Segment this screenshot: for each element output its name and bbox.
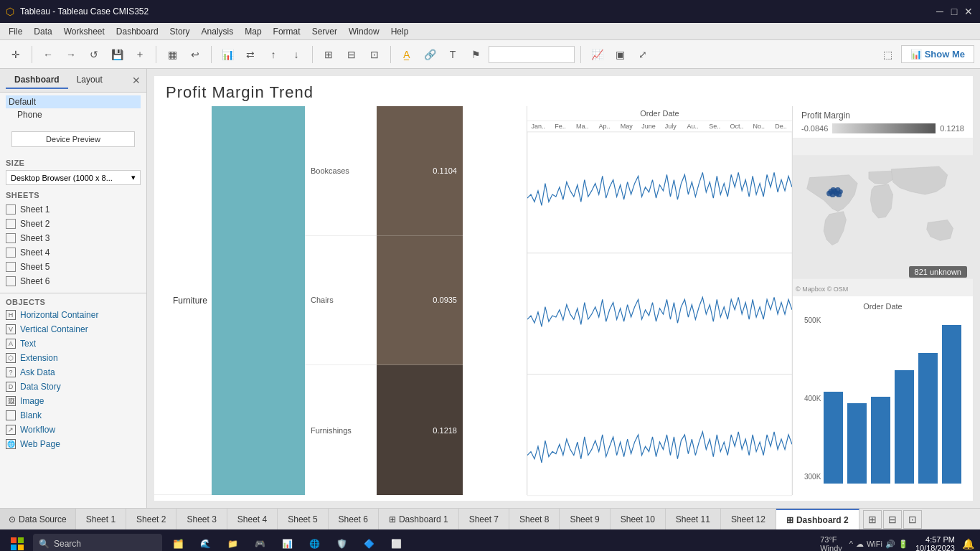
tab-sheet8[interactable]: Sheet 8: [509, 509, 560, 530]
start-button[interactable]: [6, 532, 29, 551]
tab-dashboard[interactable]: Dashboard: [6, 72, 68, 89]
object-vertical-container[interactable]: V Vertical Container: [0, 322, 146, 336]
maximize-btn[interactable]: □: [948, 6, 960, 17]
toolbar-swap-btn[interactable]: ⇄: [240, 44, 260, 65]
toolbar-sort-desc-btn[interactable]: ↓: [286, 44, 306, 65]
y-label-300k: 300K: [804, 473, 821, 481]
taskbar-app3-icon[interactable]: 🌐: [303, 532, 326, 551]
bottom-bar-chart-header: Order Date: [801, 302, 964, 311]
sheet-item-5[interactable]: Sheet 5: [0, 260, 146, 274]
tab-dashboard2[interactable]: ⊞ Dashboard 2: [776, 509, 859, 530]
toolbar-group-btn[interactable]: ⊞: [319, 44, 339, 65]
tab-sheet11[interactable]: Sheet 11: [666, 509, 721, 530]
menu-server[interactable]: Server: [306, 25, 343, 38]
svg-rect-6: [11, 545, 17, 550]
toolbar-expand-btn[interactable]: ⬚: [878, 44, 898, 65]
toolbar-share-btn[interactable]: ⤢: [633, 44, 653, 65]
window-controls[interactable]: ─ □ ✕: [934, 6, 974, 17]
sheet-item-6[interactable]: Sheet 6: [0, 274, 146, 288]
toolbar-back-btn[interactable]: ←: [38, 44, 58, 65]
tab-sheet6[interactable]: Sheet 6: [329, 509, 379, 530]
menu-worksheet[interactable]: Worksheet: [58, 25, 110, 38]
object-horizontal-container[interactable]: H Horizontal Container: [0, 308, 146, 322]
tab-sheet1[interactable]: Sheet 1: [76, 509, 126, 530]
toolbar-sort-asc-btn[interactable]: ↑: [263, 44, 283, 65]
minimize-btn[interactable]: ─: [934, 6, 946, 17]
toolbar-chart2-btn[interactable]: 📈: [587, 44, 607, 65]
taskbar-file-explorer-icon[interactable]: 🗂️: [166, 532, 189, 551]
taskbar-app4-icon[interactable]: 🛡️: [330, 532, 353, 551]
taskbar-files-icon[interactable]: 📁: [221, 532, 244, 551]
add-story-btn[interactable]: ⊡: [903, 510, 922, 529]
toolbar-chart-btn[interactable]: 📊: [217, 44, 237, 65]
toolbar-save-btn[interactable]: 💾: [107, 44, 127, 65]
tab-sheet4[interactable]: Sheet 4: [227, 509, 278, 530]
tab-dashboard1[interactable]: ⊞ Dashboard 1: [379, 509, 459, 530]
toolbar-color-btn[interactable]: A̲: [397, 44, 417, 65]
taskbar-clock[interactable]: 4:57 PM 10/18/2023: [915, 535, 955, 551]
add-sheet-btn[interactable]: ⊞: [863, 510, 882, 529]
tab-sheet5[interactable]: Sheet 5: [278, 509, 328, 530]
toolbar-addsheet-btn[interactable]: ＋: [130, 44, 150, 65]
weather-desc: Windy: [820, 544, 842, 551]
menu-file[interactable]: File: [3, 25, 28, 38]
taskbar-app1-icon[interactable]: 🎮: [248, 532, 271, 551]
sidebar-close-btn[interactable]: ✕: [132, 75, 141, 86]
taskbar-edge-icon[interactable]: 🔷: [357, 532, 380, 551]
menu-format[interactable]: Format: [268, 25, 306, 38]
object-ask-data[interactable]: ? Ask Data: [0, 365, 146, 380]
toolbar-undo-btn[interactable]: ↩: [185, 44, 205, 65]
menu-dashboard[interactable]: Dashboard: [110, 25, 164, 38]
tab-sheet9[interactable]: Sheet 9: [560, 509, 610, 530]
notifications-icon[interactable]: 🔔: [962, 538, 974, 550]
object-workflow[interactable]: ↗ Workflow: [0, 423, 146, 437]
toolbar-crosshair-btn[interactable]: ✛: [6, 44, 26, 65]
toolbar-bars-btn[interactable]: ▦: [162, 44, 182, 65]
sheet-item-2[interactable]: Sheet 2: [0, 217, 146, 231]
sheet-item-1[interactable]: Sheet 1: [0, 202, 146, 217]
toolbar-text-btn[interactable]: T: [443, 44, 463, 65]
tab-layout[interactable]: Layout: [68, 72, 111, 89]
tab-data-source[interactable]: ⊙ Data Source: [0, 509, 76, 530]
sheet-item-4[interactable]: Sheet 4: [0, 245, 146, 260]
taskbar-app5-icon[interactable]: ⬜: [385, 532, 407, 551]
menu-map[interactable]: Map: [239, 25, 267, 38]
show-me-button[interactable]: 📊 Show Me: [901, 45, 974, 63]
tab-sheet3[interactable]: Sheet 3: [176, 509, 227, 530]
object-image[interactable]: 🖼 Image: [0, 394, 146, 408]
add-dashboard-btn[interactable]: ⊟: [883, 510, 902, 529]
chevron-up-icon[interactable]: ^: [849, 540, 853, 548]
toolbar-flag-btn[interactable]: ⚑: [466, 44, 486, 65]
object-blank[interactable]: Blank: [0, 408, 146, 423]
taskbar-app2-icon[interactable]: 📊: [275, 532, 298, 551]
toolbar-filter-btn[interactable]: ⊡: [364, 44, 385, 65]
close-btn[interactable]: ✕: [963, 6, 974, 17]
tab-sheet12[interactable]: Sheet 12: [721, 509, 776, 530]
toolbar-label-btn[interactable]: ⊟: [341, 44, 362, 65]
size-dropdown[interactable]: Desktop Browser (1000 x 8... ▾: [6, 170, 141, 185]
phone-item[interactable]: Phone: [6, 108, 141, 121]
object-data-story[interactable]: D Data Story: [0, 380, 146, 394]
default-item[interactable]: Default: [6, 95, 141, 108]
toolbar-reload-btn[interactable]: ↺: [84, 44, 104, 65]
taskbar-search-box[interactable]: 🔍 Search: [33, 534, 162, 551]
tab-sheet7[interactable]: Sheet 7: [459, 509, 509, 530]
menu-window[interactable]: Window: [343, 25, 385, 38]
object-web-page[interactable]: 🌐 Web Page: [0, 437, 146, 451]
device-preview-button[interactable]: Device Preview: [11, 131, 135, 147]
toolbar-present-btn[interactable]: ▣: [610, 44, 630, 65]
object-text[interactable]: A Text: [0, 336, 146, 351]
month-jan: Jan..: [527, 123, 550, 130]
tab-sheet2[interactable]: Sheet 2: [126, 509, 176, 530]
tab-sheet10[interactable]: Sheet 10: [611, 509, 666, 530]
taskbar-browser-icon[interactable]: 🌊: [194, 532, 217, 551]
menu-analysis[interactable]: Analysis: [196, 25, 240, 38]
menu-data[interactable]: Data: [28, 25, 57, 38]
toolbar-forward-btn[interactable]: →: [61, 44, 81, 65]
toolbar-link-btn[interactable]: 🔗: [420, 44, 440, 65]
menu-help[interactable]: Help: [385, 25, 415, 38]
toolbar-search-input[interactable]: [489, 46, 575, 63]
sheet-item-3[interactable]: Sheet 3: [0, 231, 146, 245]
menu-story[interactable]: Story: [164, 25, 196, 38]
object-extension[interactable]: ⬡ Extension: [0, 351, 146, 365]
